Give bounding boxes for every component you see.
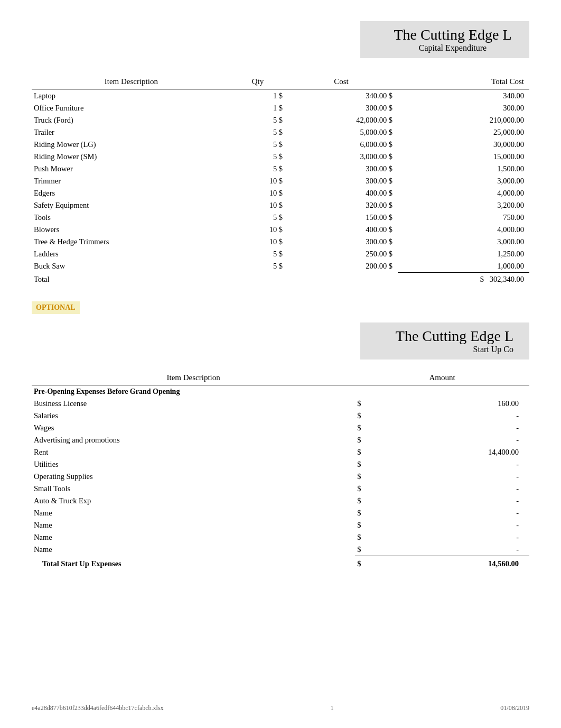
capital-expenditure-table: Item Description Qty Cost Total Cost Lap… [32,74,529,285]
total-label2: Total Start Up Expenses [32,556,355,570]
table-row: Name $ - [32,543,529,556]
table-row: Tree & Hedge Trimmers 10 $ 300.00 $ 3,00… [32,236,529,248]
table-row: Tools 5 $ 150.00 $ 750.00 [32,211,529,224]
table-row: Trimmer 10 $ 300.00 $ 3,000.00 [32,175,529,187]
total-dollar2: $ [355,556,371,570]
item-desc: Tools [32,211,231,224]
item-desc: Edgers [32,187,231,199]
item-cost: 300.00 $ [285,236,398,248]
amount-dollar: $ [355,519,371,531]
table-row: Edgers 10 $ 400.00 $ 4,000.00 [32,187,529,199]
amount-val: 160.00 [371,398,529,410]
item-cost: 6,000.00 $ [285,139,398,151]
item-qty: 5 $ [231,248,285,260]
amount-dollar: $ [355,410,371,422]
item-qty: 5 $ [231,163,285,175]
item-total: 750.00 [398,211,529,224]
amount-dollar: $ [355,471,371,483]
amount-val: - [371,495,529,507]
amount-dollar: $ [355,434,371,446]
table-row: Riding Mower (SM) 5 $ 3,000.00 $ 15,000.… [32,151,529,163]
table-row: Advertising and promotions $ - [32,434,529,446]
amount-val: - [371,531,529,543]
item-total: 30,000.00 [398,139,529,151]
item-cost: 200.00 $ [285,260,398,273]
item-desc2: Rent [32,446,355,458]
amount-dollar: $ [355,507,371,519]
amount-val: - [371,507,529,519]
item-qty: 10 $ [231,187,285,199]
section2-header-box: The Cutting Edge L Start Up Co [360,322,529,360]
footer: e4a28d877b610f233dd4a6fedf644bbc17cfabcb… [32,704,529,712]
amount-dollar: $ [355,483,371,495]
item-desc2: Name [32,543,355,556]
col-header-total: Total Cost [398,74,529,90]
amount-val: - [371,471,529,483]
table-row: Name $ - [32,507,529,519]
table-row: Auto & Truck Exp $ - [32,495,529,507]
item-qty: 1 $ [231,102,285,114]
item-cost: 300.00 $ [285,175,398,187]
amount-val: - [371,410,529,422]
item-qty: 1 $ [231,90,285,103]
item-desc2: Name [32,531,355,543]
item-qty: 10 $ [231,175,285,187]
item-desc2: Small Tools [32,483,355,495]
item-desc: Tree & Hedge Trimmers [32,236,231,248]
item-total: 15,000.00 [398,151,529,163]
amount-dollar: $ [355,446,371,458]
table-row: Laptop 1 $ 340.00 $ 340.00 [32,90,529,103]
total-row2: Total Start Up Expenses $ 14,560.00 [32,556,529,570]
col2-header-item: Item Description [32,370,355,386]
item-qty: 5 $ [231,139,285,151]
item-total: 300.00 [398,102,529,114]
item-qty: 5 $ [231,151,285,163]
table-row: Small Tools $ - [32,483,529,495]
item-desc: Trailer [32,126,231,139]
item-desc2: Advertising and promotions [32,434,355,446]
section2-subtitle: Start Up Co [392,345,513,354]
item-cost: 3,000.00 $ [285,151,398,163]
table-row: Wages $ - [32,422,529,434]
item-total: 340.00 [398,90,529,103]
item-cost: 400.00 $ [285,224,398,236]
item-cost: 400.00 $ [285,187,398,199]
item-qty: 5 $ [231,114,285,126]
item-desc: Laptop [32,90,231,103]
amount-dollar: $ [355,458,371,471]
amount-val: 14,400.00 [371,446,529,458]
item-cost: 150.00 $ [285,211,398,224]
item-desc: Blowers [32,224,231,236]
item-desc2: Business License [32,398,355,410]
table-row: Safety Equipment 10 $ 320.00 $ 3,200.00 [32,199,529,211]
item-desc: Office Furniture [32,102,231,114]
footer-date: 01/08/2019 [500,704,529,712]
section1-title: The Cutting Edge L [392,26,513,43]
amount-val: - [371,543,529,556]
col-header-cost: Cost [285,74,398,90]
item-desc2: Salaries [32,410,355,422]
col-header-qty: Qty [231,74,285,90]
item-cost: 340.00 $ [285,90,398,103]
item-total: 4,000.00 [398,224,529,236]
item-desc2: Auto & Truck Exp [32,495,355,507]
footer-filename: e4a28d877b610f233dd4a6fedf644bbc17cfabcb… [32,704,164,712]
table-row: Push Mower 5 $ 300.00 $ 1,500.00 [32,163,529,175]
optional-label: OPTIONAL [32,301,80,314]
amount-val: - [371,519,529,531]
item-desc: Push Mower [32,163,231,175]
item-cost: 300.00 $ [285,102,398,114]
table-row: Business License $ 160.00 [32,398,529,410]
table-row: Blowers 10 $ 400.00 $ 4,000.00 [32,224,529,236]
section2-header: The Cutting Edge L Start Up Co [32,322,529,360]
item-desc2: Name [32,519,355,531]
item-cost: 320.00 $ [285,199,398,211]
item-total: 3,000.00 [398,236,529,248]
table-row: Operating Supplies $ - [32,471,529,483]
item-qty: 10 $ [231,224,285,236]
item-total: 210,000.00 [398,114,529,126]
table-row: Rent $ 14,400.00 [32,446,529,458]
amount-val: - [371,434,529,446]
amount-val: - [371,483,529,495]
item-cost: 42,000.00 $ [285,114,398,126]
